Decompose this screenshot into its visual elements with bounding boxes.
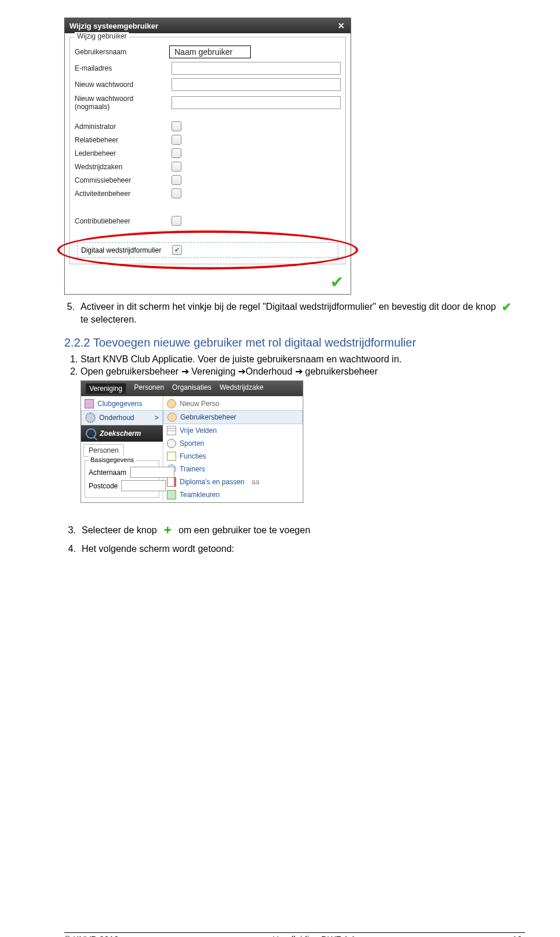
step-2-pre: Open gebruikersbeheer — [80, 366, 181, 376]
menu-label-clubgegevens: Clubgegevens — [97, 400, 142, 408]
nieuw-wachtwoord-input[interactable] — [172, 78, 341, 91]
search-icon — [86, 428, 96, 439]
gear-icon — [85, 412, 96, 423]
fieldset-legend: Wijzig gebruiker — [75, 32, 129, 40]
footer-center: Handleiding DWF 1.1 — [272, 934, 356, 937]
label-relatiebeheer: Relatiebeheer — [75, 136, 168, 144]
basisgegevens-fieldset: Basisgegevens Achternaam Postcode — [85, 460, 159, 498]
section-heading-2-2-2: 2.2.2 Toevoegen nieuwe gebruiker met rol… — [64, 336, 525, 349]
checkbox-commissiebeheer[interactable] — [172, 175, 181, 185]
list-item-3: 3. Selecteer de knop + om een gebruiker … — [64, 524, 525, 537]
label-email: E-mailadres — [75, 64, 168, 72]
submenu-trainers[interactable]: Trainers — [163, 463, 303, 476]
step3-before: Selecteer de knop — [82, 525, 159, 535]
step3-after: om een gebruiker toe te voegen — [178, 525, 310, 535]
submenu-diplomas[interactable]: Diploma's en passen aa — [163, 476, 303, 488]
footer-right: -10- — [509, 934, 525, 937]
checkbox-wedstrijdzaken[interactable] — [172, 162, 181, 172]
person-add-icon — [167, 399, 176, 408]
step-1: Start KNVB Club Applicatie. Voer de juis… — [80, 354, 525, 365]
naam-gebruiker-callout: Naam gebruiker — [169, 46, 251, 58]
submenu-label: Teamkleuren — [180, 491, 220, 499]
label-postcode: Postcode — [89, 482, 118, 490]
submenu-label: Sporten — [180, 439, 204, 447]
label-administrator: Administrator — [75, 123, 168, 131]
tab-vereniging[interactable]: Vereniging — [86, 383, 126, 394]
submenu-gebruikersbeheer[interactable]: Gebruikersbeheer — [163, 410, 303, 424]
list-item-4: 4. Het volgende scherm wordt getoond: — [64, 543, 525, 555]
menu-label-onderhoud: Onderhoud — [99, 414, 134, 422]
step-2: Open gebruikersbeheer ➔ Vereniging ➔Onde… — [80, 366, 525, 377]
wijzig-gebruiker-fieldset: Wijzig gebruiker Gebruikersnaam Naam geb… — [69, 37, 346, 264]
label-gebruikersnaam: Gebruikersnaam — [75, 48, 168, 56]
label-activiteitenbeheer: Activiteitenbeheer — [75, 190, 168, 198]
menu-screenshot: Vereniging Personen Organisaties Wedstri… — [80, 380, 303, 503]
ball-icon — [167, 439, 176, 448]
arrow-icon: ➔ — [181, 366, 189, 376]
submenu-functies[interactable]: Functies — [163, 450, 303, 463]
checkbox-administrator[interactable] — [172, 121, 181, 131]
arrow-icon: ➔ — [295, 366, 303, 376]
label-nieuw-wachtwoord: Nieuw wachtwoord — [75, 81, 168, 89]
menu-item-onderhoud[interactable]: Onderhoud > — [81, 410, 163, 425]
tab-personen-sub[interactable]: Personen — [83, 444, 124, 457]
label-commissiebeheer: Commissiebeheer — [75, 176, 168, 184]
submenu-teamkleuren[interactable]: Teamkleuren — [163, 488, 303, 501]
close-icon[interactable]: ✕ — [337, 21, 346, 30]
label-wedstrijdzaken: Wedstrijdzaken — [75, 163, 168, 171]
nieuw-persoon-label: Nieuw Perso — [180, 400, 219, 408]
achternaam-input[interactable] — [130, 467, 174, 478]
submenu-label: Gebruikersbeheer — [180, 413, 236, 421]
nieuw-wachtwoord-nogmaals-input[interactable] — [172, 96, 341, 109]
tab-wedstrijdzaken[interactable]: Wedstrijdzake — [219, 383, 263, 394]
step5-text-after: te selecteren. — [80, 314, 136, 324]
green-plus-icon: + — [161, 525, 174, 537]
list-number-3: 3. — [64, 524, 76, 537]
menu-item-clubgegevens[interactable]: Clubgegevens — [81, 397, 163, 410]
submenu-label: Trainers — [180, 465, 205, 473]
chevron-right-icon: > — [155, 414, 159, 422]
checkbox-relatiebeheer[interactable] — [172, 135, 181, 145]
submenu-sporten[interactable]: Sporten — [163, 437, 303, 450]
submenu-label: Diploma's en passen — [180, 478, 244, 486]
diploma-icon — [167, 477, 176, 487]
submenu-vrije-velden[interactable]: Vrije Velden — [163, 424, 303, 437]
postcode-input[interactable] — [121, 480, 166, 491]
page-icon — [167, 426, 176, 435]
checkbox-contributiebeheer[interactable] — [172, 216, 181, 226]
zoekscherm-panel: Zoekscherm — [81, 425, 163, 442]
submenu-label: Functies — [180, 452, 206, 460]
list-item-5: 5. Activeer in dit scherm het vinkje bij… — [64, 300, 525, 326]
dialog-titlebar: Wijzig systeemgebruiker ✕ — [65, 18, 351, 33]
list-number-4: 4. — [64, 543, 76, 555]
heading-number: 2.2.2 — [64, 336, 90, 349]
digitaal-wedstrijdformulier-highlight: Digitaal wedstrijdformulier — [75, 241, 341, 259]
submenu-label: Vrije Velden — [180, 426, 217, 435]
step-2-vereniging: Vereniging — [191, 366, 236, 376]
page-footer: © KNVB 2010 Handleiding DWF 1.1 -10- — [64, 932, 525, 937]
step-2-gebruikersbeheer: gebruikersbeheer — [305, 366, 378, 376]
wijzig-gebruiker-dialog: Wijzig systeemgebruiker ✕ Wijzig gebruik… — [64, 18, 351, 295]
tab-personen[interactable]: Personen — [134, 383, 164, 394]
nieuw-persoon-button[interactable]: Nieuw Perso — [163, 397, 303, 410]
tab-organisaties[interactable]: Organisaties — [172, 383, 211, 394]
cube-icon — [85, 399, 94, 408]
step4-text: Het volgende scherm wordt getoond: — [82, 543, 234, 555]
list-number-5: 5. — [64, 300, 75, 326]
confirm-check-icon[interactable]: ✔ — [65, 270, 351, 294]
steps-ordered-list: Start KNVB Club Applicatie. Voer de juis… — [64, 354, 525, 377]
zoekscherm-label: Zoekscherm — [100, 429, 141, 438]
checkbox-activiteitenbeheer[interactable] — [172, 188, 181, 198]
step-2-onderhoud: Onderhoud — [246, 366, 292, 376]
label-ledenbeheer: Ledenbeheer — [75, 149, 168, 158]
label-achternaam: Achternaam — [89, 468, 127, 477]
arrow-icon: ➔ — [238, 366, 246, 376]
checkbox-ledenbeheer[interactable] — [172, 148, 181, 158]
person-icon — [167, 412, 177, 422]
heading-title: Toevoegen nieuwe gebruiker met rol digit… — [93, 336, 416, 349]
email-input[interactable] — [172, 62, 341, 75]
step5-text-before: Activeer in dit scherm het vinkje bij de… — [80, 302, 499, 312]
basisgegevens-legend: Basisgegevens — [89, 456, 136, 463]
functies-icon — [167, 452, 176, 461]
checkbox-digitaal-wedstrijdformulier[interactable] — [172, 245, 182, 255]
